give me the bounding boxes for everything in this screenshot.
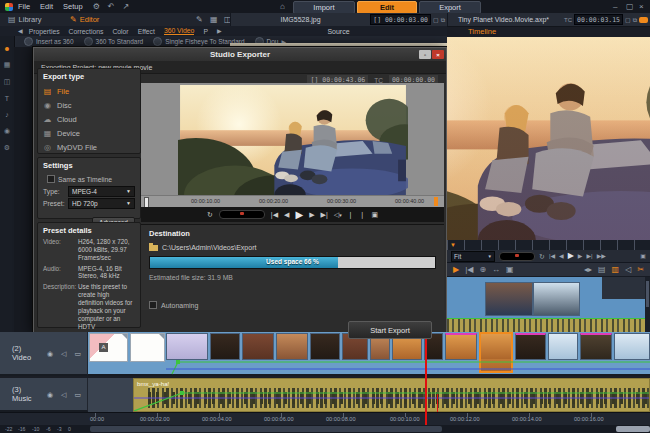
autonaming-checkbox[interactable]	[149, 301, 157, 309]
timeline-ruler[interactable]: 00:00 00:00:02.00 00:00:04.00 00:00:06.0…	[0, 412, 650, 426]
video-clip[interactable]	[445, 333, 477, 360]
video-clip[interactable]	[310, 333, 340, 360]
play-icon[interactable]: ▶	[568, 252, 574, 260]
tab-color[interactable]: Color	[112, 28, 128, 35]
video-clip[interactable]	[614, 333, 650, 360]
folder-icon[interactable]	[149, 245, 158, 251]
track1-audio-strip[interactable]	[447, 318, 650, 333]
export-type-device[interactable]: ▦Device	[43, 126, 135, 140]
menu-setup[interactable]: Setup	[63, 2, 83, 11]
tab-editor[interactable]: ✎ Editor	[70, 15, 99, 24]
timeline-playhead[interactable]	[425, 332, 427, 425]
magnet-icon[interactable]: ▥	[612, 266, 620, 274]
step-back-icon[interactable]: ◀	[284, 211, 289, 219]
pencil-icon[interactable]: ✎	[196, 16, 203, 24]
emoji-face-icon[interactable]: ☻	[0, 45, 14, 52]
jog-shuttle[interactable]	[219, 210, 265, 219]
speaker-icon[interactable]: ◁	[61, 350, 66, 357]
settings-tool-icon[interactable]: ⚙	[0, 144, 14, 152]
speaker-icon[interactable]: ◁	[61, 391, 66, 398]
destination-path[interactable]: C:\Users\Admin\Videos\Export	[162, 244, 256, 251]
fit-select[interactable]: Fit▼	[451, 251, 495, 262]
horizontal-scrollbar-thumb[interactable]	[90, 426, 442, 432]
go-to-end-icon[interactable]: ▶|	[321, 211, 328, 219]
tab-library[interactable]: ▤ Library	[8, 15, 42, 24]
music-clip[interactable]: bmx_ya-ha!	[133, 378, 650, 412]
clip-bin-icon[interactable]: ▤	[598, 266, 606, 274]
step-back-icon[interactable]: ◀	[559, 253, 564, 259]
next-clip-icon[interactable]: ▶▶	[597, 253, 606, 259]
preset-select[interactable]: HD 720p▼	[68, 198, 135, 209]
undo-icon[interactable]: ↶	[108, 3, 115, 11]
video-track-header[interactable]: (2) Video ◉ ◁ ▭	[0, 332, 88, 376]
split-icon[interactable]: ↔	[492, 266, 500, 274]
insert-as-360-button[interactable]: Insert as 360	[24, 37, 74, 46]
gear-icon[interactable]: ⚙	[93, 3, 100, 11]
scissors-icon[interactable]: ✂	[637, 266, 644, 274]
audio-monitor-icon[interactable]: ◁	[625, 266, 631, 274]
scrollbar-end-cap[interactable]	[616, 426, 650, 432]
minimize-window-icon[interactable]: –	[613, 3, 617, 11]
menu-edit[interactable]: Edit	[40, 2, 53, 11]
eye-icon[interactable]: ◉	[47, 391, 53, 398]
title-tool-icon[interactable]: T	[0, 95, 14, 102]
play-icon[interactable]: ▶	[295, 209, 303, 220]
select-cursor-icon[interactable]: ▶	[453, 266, 459, 274]
export-type-mydvd[interactable]: ◎MyDVD File	[43, 140, 135, 154]
transition-icon[interactable]: ◫	[0, 78, 14, 86]
marker-out-icon[interactable]: ❘	[360, 211, 366, 219]
copy-icon[interactable]: ⧉	[633, 17, 637, 23]
video-clip[interactable]	[166, 333, 208, 360]
go-to-start-icon[interactable]: |◀	[271, 211, 278, 219]
start-export-button[interactable]: Start Export	[348, 321, 432, 339]
monitor-icon[interactable]: ▭	[74, 391, 81, 398]
loop-icon[interactable]: ↻	[207, 211, 213, 219]
loop-icon[interactable]: ↻	[539, 253, 545, 260]
go-to-end-icon[interactable]: ▶|	[586, 253, 592, 259]
export-type-disc[interactable]: ◉Disc	[43, 98, 135, 112]
tab-overflow[interactable]: P	[203, 28, 208, 35]
trim-mode-icon[interactable]: |◀	[465, 266, 473, 274]
trim-editor-icon[interactable]: ◂▸	[584, 266, 592, 274]
source-tab[interactable]: Source	[230, 28, 447, 35]
menu-file[interactable]: File	[18, 2, 30, 11]
same-as-timeline-checkbox[interactable]	[47, 175, 55, 183]
marker-in-icon[interactable]: ❘	[348, 211, 354, 219]
360-to-standard-button[interactable]: 360 To Standard	[84, 37, 144, 46]
export-type-file[interactable]: ▤File	[43, 84, 135, 98]
video-clip[interactable]	[580, 333, 612, 360]
music-track[interactable]: bmx_ya-ha!	[88, 378, 650, 412]
clip-thumbnail[interactable]	[533, 282, 580, 316]
preview-playhead-marker[interactable]: ▼	[450, 240, 456, 250]
title-clip[interactable]: A	[89, 333, 128, 362]
pointer-icon[interactable]: ↗	[123, 3, 130, 11]
selected-video-clip[interactable]	[479, 332, 513, 373]
dialog-close-button[interactable]: ×	[432, 50, 444, 59]
type-select[interactable]: MPEG-4▼	[68, 186, 135, 197]
tab-effect[interactable]: Effect	[138, 28, 155, 35]
detach-panel-icon[interactable]: ▢	[433, 17, 439, 23]
ruler-end-marker[interactable]	[434, 197, 438, 206]
detach-panel-icon[interactable]: ▢	[625, 17, 631, 23]
fullscreen-icon[interactable]: ▣	[640, 253, 646, 259]
monitor-icon[interactable]: ▭	[74, 350, 81, 357]
go-to-start-icon[interactable]: |◀	[549, 253, 555, 259]
clip-thumbnail[interactable]	[485, 282, 533, 316]
title-clip[interactable]	[130, 333, 165, 362]
home-icon[interactable]: ⌂	[280, 3, 285, 11]
dialog-title-bar[interactable]: Studio Exporter ▫ ×	[34, 48, 446, 62]
music-tool-icon[interactable]: ♪	[0, 111, 14, 118]
copy-icon[interactable]: ⧉	[441, 17, 445, 23]
music-track-header[interactable]: (3) Music ◉ ◁ ▭	[0, 378, 88, 412]
step-forward-icon[interactable]: ▶	[309, 211, 314, 219]
track1-clip-area[interactable]	[447, 277, 650, 318]
tabs-overflow-arrow-icon[interactable]: ▶	[217, 28, 222, 34]
video-clip[interactable]	[276, 333, 308, 360]
dialog-minimize-button[interactable]: ▫	[419, 50, 431, 59]
vertical-scrollbar-thumb[interactable]	[646, 281, 649, 307]
volume-icon[interactable]: ◁▾	[334, 211, 342, 219]
close-window-icon[interactable]: ×	[639, 3, 644, 11]
clip-icon[interactable]: ▦	[0, 61, 14, 69]
tab-properties[interactable]: Properties	[29, 28, 60, 35]
camera-tool-icon[interactable]: ◉	[0, 127, 14, 135]
